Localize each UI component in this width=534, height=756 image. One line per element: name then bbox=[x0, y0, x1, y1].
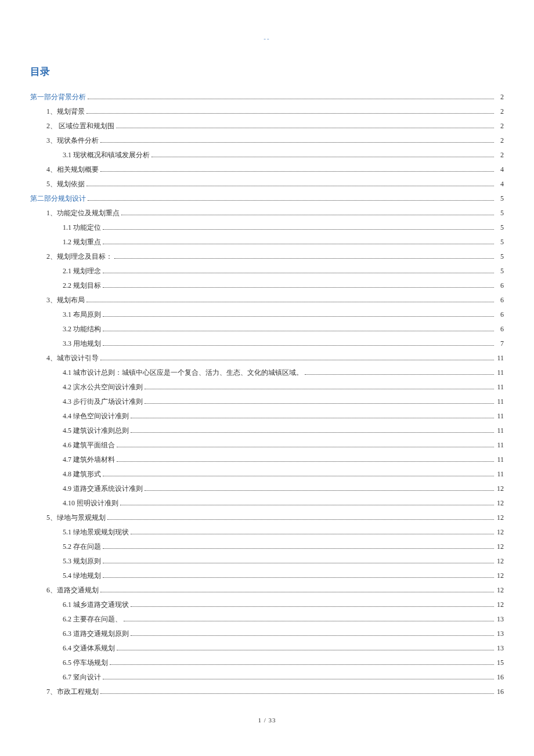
toc-entry[interactable]: 5.1 绿地景观规划现状12 bbox=[63, 525, 504, 540]
toc-entry-label: 3.1 现状概况和镇域发展分析 bbox=[63, 148, 150, 162]
toc-entry-page: 12 bbox=[496, 540, 504, 554]
toc-entry[interactable]: 第一部分背景分析2 bbox=[30, 90, 504, 104]
toc-leader-dots bbox=[100, 693, 494, 694]
toc-leader-dots bbox=[86, 113, 494, 114]
toc-entry[interactable]: 5、规划依据4 bbox=[46, 177, 504, 191]
toc-entry[interactable]: 7、市政工程规划16 bbox=[46, 685, 504, 699]
toc-entry[interactable]: 6.4 交通体系规划13 bbox=[63, 641, 504, 656]
toc-entry[interactable]: 3、现状条件分析2 bbox=[46, 133, 504, 148]
toc-entry[interactable]: 4.8 建筑形式11 bbox=[63, 467, 504, 482]
toc-entry[interactable]: 6.3 道路交通规划原则13 bbox=[63, 627, 504, 641]
toc-entry[interactable]: 2、 区域位置和规划围2 bbox=[46, 119, 504, 133]
toc-leader-dots bbox=[103, 476, 494, 476]
toc-leader-dots bbox=[114, 258, 494, 259]
toc-entry-page: 15 bbox=[496, 656, 504, 670]
toc-entry[interactable]: 4、相关规划概要4 bbox=[46, 162, 504, 177]
toc-entry-label: 3、现状条件分析 bbox=[46, 133, 99, 148]
toc-entry[interactable]: 5.4 绿地规划12 bbox=[63, 569, 504, 583]
toc-entry[interactable]: 2.1 规划理念5 bbox=[63, 264, 504, 278]
toc-entry[interactable]: 3.1 布局原则6 bbox=[63, 308, 504, 322]
toc-entry[interactable]: 2、规划理念及目标：5 bbox=[46, 249, 504, 264]
toc-entry[interactable]: 4.1 城市设计总则：城镇中心区应是一个复合、活力、生态、文化的城镇区域。11 bbox=[63, 366, 504, 380]
toc-leader-dots bbox=[131, 418, 494, 418]
toc-entry[interactable]: 5.2 存在问题12 bbox=[63, 540, 504, 554]
toc-entry[interactable]: 4.7 建筑外墙材料11 bbox=[63, 453, 504, 467]
toc-entry[interactable]: 2.2 规划目标6 bbox=[63, 278, 504, 293]
toc-entry-page: 2 bbox=[496, 148, 504, 162]
toc-leader-dots bbox=[116, 128, 494, 128]
toc-entry-label: 1、规划背景 bbox=[46, 104, 85, 119]
header-mark: -- bbox=[30, 35, 504, 42]
toc-entry-page: 11 bbox=[496, 395, 504, 409]
toc-entry[interactable]: 1.2 规划重点5 bbox=[63, 235, 504, 249]
toc-entry-label: 6.3 道路交通规划原则 bbox=[63, 627, 129, 641]
toc-entry-label: 2、规划理念及目标： bbox=[46, 249, 113, 264]
toc-entry[interactable]: 6.2 主要存在问题、13 bbox=[63, 612, 504, 627]
toc-leader-dots bbox=[103, 331, 494, 331]
toc-entry[interactable]: 1、规划背景2 bbox=[46, 104, 504, 119]
toc-entry[interactable]: 1、功能定位及规划重点5 bbox=[46, 206, 504, 220]
toc-entry-page: 4 bbox=[496, 177, 504, 191]
toc-entry[interactable]: 4.10 照明设计准则12 bbox=[63, 496, 504, 511]
toc-entry[interactable]: 6.7 竖向设计16 bbox=[63, 670, 504, 685]
toc-entry[interactable]: 4.5 建筑设计准则总则11 bbox=[63, 424, 504, 438]
toc-leader-dots bbox=[103, 273, 494, 273]
toc-entry[interactable]: 3.2 功能结构6 bbox=[63, 322, 504, 337]
toc-entry-label: 4、城市设计引导 bbox=[46, 351, 99, 366]
toc-leader-dots bbox=[100, 142, 494, 143]
toc-entry-label: 6.7 竖向设计 bbox=[63, 670, 101, 685]
toc-leader-dots bbox=[117, 461, 494, 462]
toc-entry-label: 2.1 规划理念 bbox=[63, 264, 101, 278]
toc-entry-page: 11 bbox=[496, 453, 504, 467]
toc-entry-page: 5 bbox=[496, 249, 504, 264]
toc-entry[interactable]: 3、规划布局6 bbox=[46, 293, 504, 308]
toc-entry-label: 4.6 建筑平面组合 bbox=[63, 438, 115, 453]
toc-entry-label: 2.2 规划目标 bbox=[63, 278, 101, 293]
toc-entry-page: 2 bbox=[496, 104, 504, 119]
toc-leader-dots bbox=[110, 664, 494, 665]
toc-entry-label: 7、市政工程规划 bbox=[46, 685, 99, 699]
toc-entry-page: 11 bbox=[496, 409, 504, 424]
toc-leader-dots bbox=[88, 99, 494, 99]
toc-entry-page: 13 bbox=[496, 641, 504, 656]
toc-entry-label: 1、功能定位及规划重点 bbox=[46, 206, 120, 220]
toc-entry[interactable]: 第二部分规划设计5 bbox=[30, 191, 504, 206]
toc-entry[interactable]: 5.3 规划原则12 bbox=[63, 554, 504, 569]
toc-entry[interactable]: 3.1 现状概况和镇域发展分析2 bbox=[63, 148, 504, 162]
toc-entry[interactable]: 1.1 功能定位5 bbox=[63, 220, 504, 235]
toc-entry-label: 4.5 建筑设计准则总则 bbox=[63, 424, 129, 438]
toc-entry[interactable]: 4.3 步行街及广场设计准则11 bbox=[63, 395, 504, 409]
toc-entry[interactable]: 5、绿地与景观规划12 bbox=[46, 511, 504, 525]
toc-leader-dots bbox=[88, 200, 494, 201]
toc-entry-label: 4.7 建筑外墙材料 bbox=[63, 453, 115, 467]
toc-entry-page: 5 bbox=[496, 235, 504, 249]
toc-entry[interactable]: 4.2 滨水公共空间设计准则11 bbox=[63, 380, 504, 395]
toc-entry[interactable]: 6、道路交通规划12 bbox=[46, 583, 504, 598]
toc-entry[interactable]: 3.3 用地规划7 bbox=[63, 337, 504, 351]
toc-leader-dots bbox=[131, 534, 494, 534]
toc-entry-label: 3.2 功能结构 bbox=[63, 322, 101, 337]
toc-entry-label: 5.1 绿地景观规划现状 bbox=[63, 525, 129, 540]
toc-entry[interactable]: 4、城市设计引导11 bbox=[46, 351, 504, 366]
toc-entry[interactable]: 4.9 道路交通系统设计准则12 bbox=[63, 482, 504, 496]
toc-entry-label: 4.4 绿色空间设计准则 bbox=[63, 409, 129, 424]
table-of-contents: 第一部分背景分析21、规划背景22、 区域位置和规划围23、现状条件分析23.1… bbox=[30, 90, 504, 699]
toc-entry-page: 6 bbox=[496, 293, 504, 308]
toc-entry[interactable]: 4.4 绿色空间设计准则11 bbox=[63, 409, 504, 424]
toc-entry-page: 6 bbox=[496, 322, 504, 337]
toc-entry-label: 6、道路交通规划 bbox=[46, 583, 99, 598]
toc-leader-dots bbox=[151, 157, 494, 157]
toc-entry-page: 12 bbox=[496, 496, 504, 511]
toc-entry-page: 16 bbox=[496, 685, 504, 699]
toc-entry-page: 4 bbox=[496, 162, 504, 177]
toc-entry[interactable]: 6.1 城乡道路交通现状12 bbox=[63, 598, 504, 612]
toc-entry[interactable]: 4.6 建筑平面组合11 bbox=[63, 438, 504, 453]
toc-entry-page: 6 bbox=[496, 308, 504, 322]
toc-entry-page: 5 bbox=[496, 220, 504, 235]
toc-leader-dots bbox=[107, 519, 494, 520]
toc-leader-dots bbox=[120, 505, 494, 505]
toc-entry-label: 第二部分规划设计 bbox=[30, 191, 86, 206]
toc-leader-dots bbox=[131, 635, 494, 636]
toc-entry[interactable]: 6.5 停车场规划15 bbox=[63, 656, 504, 670]
toc-entry-page: 13 bbox=[496, 627, 504, 641]
